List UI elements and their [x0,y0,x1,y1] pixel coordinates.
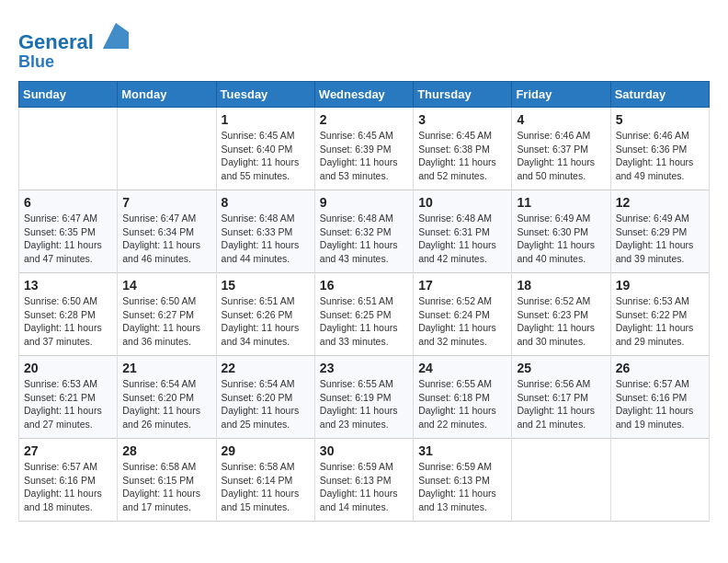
logo: General Blue [18,23,129,72]
day-cell: 3Sunrise: 6:45 AM Sunset: 6:38 PM Daylig… [414,107,512,190]
day-info: Sunrise: 6:58 AM Sunset: 6:14 PM Dayligh… [222,460,310,514]
day-cell: 2Sunrise: 6:45 AM Sunset: 6:39 PM Daylig… [314,107,413,190]
day-info: Sunrise: 6:58 AM Sunset: 6:15 PM Dayligh… [122,460,210,514]
day-cell: 31Sunrise: 6:59 AM Sunset: 6:13 PM Dayli… [414,438,512,521]
day-number: 11 [517,195,605,210]
day-cell: 27Sunrise: 6:57 AM Sunset: 6:16 PM Dayli… [19,438,118,521]
day-info: Sunrise: 6:49 AM Sunset: 6:30 PM Dayligh… [517,212,605,266]
day-info: Sunrise: 6:48 AM Sunset: 6:32 PM Dayligh… [320,212,408,266]
day-number: 27 [24,443,112,458]
day-cell: 1Sunrise: 6:45 AM Sunset: 6:40 PM Daylig… [216,107,314,190]
header-day-monday: Monday [118,81,216,107]
day-cell: 14Sunrise: 6:50 AM Sunset: 6:27 PM Dayli… [118,272,216,355]
day-info: Sunrise: 6:57 AM Sunset: 6:16 PM Dayligh… [24,460,112,514]
day-cell: 25Sunrise: 6:56 AM Sunset: 6:17 PM Dayli… [512,355,610,438]
day-info: Sunrise: 6:47 AM Sunset: 6:35 PM Dayligh… [24,212,112,266]
day-cell: 7Sunrise: 6:47 AM Sunset: 6:34 PM Daylig… [118,190,216,272]
day-number: 1 [222,112,310,127]
week-row-5: 27Sunrise: 6:57 AM Sunset: 6:16 PM Dayli… [19,438,710,521]
day-info: Sunrise: 6:54 AM Sunset: 6:20 PM Dayligh… [222,377,310,431]
day-cell: 10Sunrise: 6:48 AM Sunset: 6:31 PM Dayli… [414,190,512,272]
day-info: Sunrise: 6:59 AM Sunset: 6:13 PM Dayligh… [418,460,506,514]
day-number: 13 [24,278,112,293]
day-number: 4 [517,112,605,127]
day-cell: 13Sunrise: 6:50 AM Sunset: 6:28 PM Dayli… [19,272,118,355]
day-number: 7 [122,195,210,210]
logo-icon [103,23,129,49]
day-info: Sunrise: 6:57 AM Sunset: 6:16 PM Dayligh… [616,377,704,431]
day-cell: 22Sunrise: 6:54 AM Sunset: 6:20 PM Dayli… [216,355,314,438]
day-number: 26 [616,361,704,375]
day-number: 8 [222,195,310,210]
day-number: 9 [320,195,408,210]
header-day-sunday: Sunday [19,81,118,107]
day-number: 14 [122,278,210,293]
day-cell [118,107,216,190]
day-cell: 4Sunrise: 6:46 AM Sunset: 6:37 PM Daylig… [512,107,610,190]
day-info: Sunrise: 6:47 AM Sunset: 6:34 PM Dayligh… [122,212,210,266]
header-day-thursday: Thursday [414,81,512,107]
day-number: 31 [418,443,506,458]
day-cell [512,438,610,521]
day-number: 23 [320,361,408,375]
header-day-tuesday: Tuesday [216,81,314,107]
day-cell: 11Sunrise: 6:49 AM Sunset: 6:30 PM Dayli… [512,190,610,272]
day-number: 18 [517,278,605,293]
day-info: Sunrise: 6:50 AM Sunset: 6:27 PM Dayligh… [122,294,210,349]
day-number: 6 [24,195,112,210]
day-cell: 15Sunrise: 6:51 AM Sunset: 6:26 PM Dayli… [216,272,314,355]
day-number: 16 [320,278,408,293]
day-info: Sunrise: 6:49 AM Sunset: 6:29 PM Dayligh… [616,212,704,266]
logo-text: General [18,23,129,53]
day-info: Sunrise: 6:56 AM Sunset: 6:17 PM Dayligh… [517,377,605,431]
day-number: 21 [122,361,210,375]
day-info: Sunrise: 6:51 AM Sunset: 6:25 PM Dayligh… [320,294,408,349]
day-cell: 29Sunrise: 6:58 AM Sunset: 6:14 PM Dayli… [216,438,314,521]
day-info: Sunrise: 6:50 AM Sunset: 6:28 PM Dayligh… [24,294,112,349]
day-cell: 8Sunrise: 6:48 AM Sunset: 6:33 PM Daylig… [216,190,314,272]
week-row-2: 6Sunrise: 6:47 AM Sunset: 6:35 PM Daylig… [19,190,710,272]
day-number: 10 [418,195,506,210]
day-cell: 9Sunrise: 6:48 AM Sunset: 6:32 PM Daylig… [314,190,413,272]
day-cell: 17Sunrise: 6:52 AM Sunset: 6:24 PM Dayli… [414,272,512,355]
day-number: 24 [418,361,506,375]
day-number: 28 [122,443,210,458]
day-cell: 26Sunrise: 6:57 AM Sunset: 6:16 PM Dayli… [610,355,709,438]
day-info: Sunrise: 6:53 AM Sunset: 6:22 PM Dayligh… [616,294,704,349]
day-cell [610,438,709,521]
day-info: Sunrise: 6:53 AM Sunset: 6:21 PM Dayligh… [24,377,112,431]
week-row-1: 1Sunrise: 6:45 AM Sunset: 6:40 PM Daylig… [19,107,710,190]
day-number: 20 [24,361,112,375]
day-cell: 24Sunrise: 6:55 AM Sunset: 6:18 PM Dayli… [414,355,512,438]
day-number: 17 [418,278,506,293]
day-info: Sunrise: 6:51 AM Sunset: 6:26 PM Dayligh… [222,294,310,349]
calendar-table: SundayMondayTuesdayWednesdayThursdayFrid… [18,81,710,522]
day-cell: 28Sunrise: 6:58 AM Sunset: 6:15 PM Dayli… [118,438,216,521]
day-number: 19 [616,278,704,293]
header-day-friday: Friday [512,81,610,107]
day-info: Sunrise: 6:55 AM Sunset: 6:18 PM Dayligh… [418,377,506,431]
week-row-3: 13Sunrise: 6:50 AM Sunset: 6:28 PM Dayli… [19,272,710,355]
day-info: Sunrise: 6:54 AM Sunset: 6:20 PM Dayligh… [122,377,210,431]
day-number: 30 [320,443,408,458]
day-info: Sunrise: 6:52 AM Sunset: 6:23 PM Dayligh… [517,294,605,349]
day-info: Sunrise: 6:59 AM Sunset: 6:13 PM Dayligh… [320,460,408,514]
day-number: 3 [418,112,506,127]
day-cell: 20Sunrise: 6:53 AM Sunset: 6:21 PM Dayli… [19,355,118,438]
day-cell: 18Sunrise: 6:52 AM Sunset: 6:23 PM Dayli… [512,272,610,355]
day-number: 25 [517,361,605,375]
day-cell: 16Sunrise: 6:51 AM Sunset: 6:25 PM Dayli… [314,272,413,355]
day-info: Sunrise: 6:48 AM Sunset: 6:33 PM Dayligh… [222,212,310,266]
day-cell: 30Sunrise: 6:59 AM Sunset: 6:13 PM Dayli… [314,438,413,521]
logo-general: General [18,30,94,53]
page-header: General Blue [18,18,710,72]
calendar-body: 1Sunrise: 6:45 AM Sunset: 6:40 PM Daylig… [19,107,710,521]
day-cell: 23Sunrise: 6:55 AM Sunset: 6:19 PM Dayli… [314,355,413,438]
day-cell: 12Sunrise: 6:49 AM Sunset: 6:29 PM Dayli… [610,190,709,272]
logo-blue: Blue [18,53,129,72]
day-cell: 6Sunrise: 6:47 AM Sunset: 6:35 PM Daylig… [19,190,118,272]
day-cell: 21Sunrise: 6:54 AM Sunset: 6:20 PM Dayli… [118,355,216,438]
day-info: Sunrise: 6:55 AM Sunset: 6:19 PM Dayligh… [320,377,408,431]
day-number: 5 [616,112,704,127]
day-cell: 5Sunrise: 6:46 AM Sunset: 6:36 PM Daylig… [610,107,709,190]
